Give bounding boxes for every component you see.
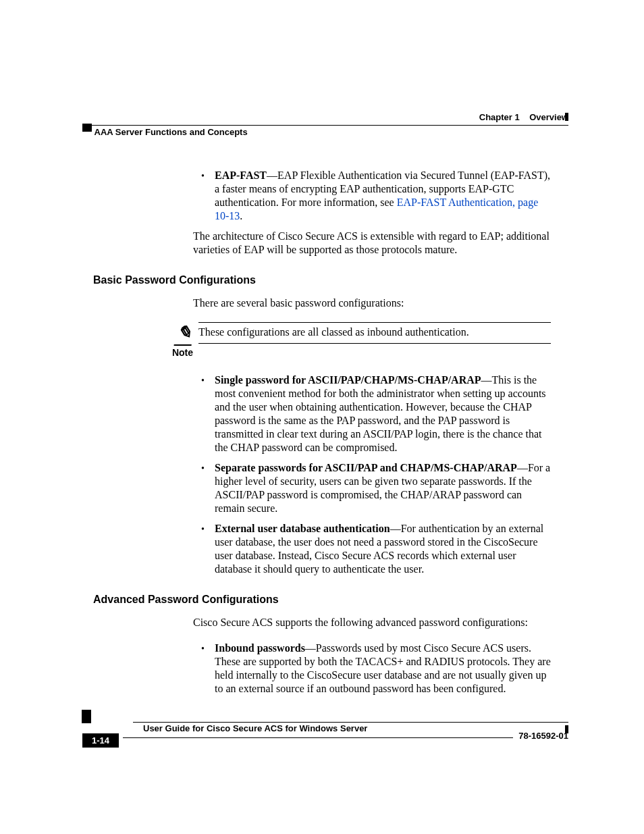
footer-left-marker: [82, 710, 91, 723]
heading-basic-password: Basic Password Configurations: [93, 273, 551, 287]
footer-guide-title: User Guide for Cisco Secure ACS for Wind…: [143, 723, 568, 733]
header-chapter: Chapter 1: [479, 112, 520, 122]
page-footer: User Guide for Cisco Secure ACS for Wind…: [82, 722, 568, 748]
bullet-item: • External user database authentication—…: [201, 522, 551, 576]
bullet-trail: .: [240, 210, 242, 221]
note-pencil-icon: ✎: [174, 322, 195, 346]
header-section: AAA Server Functions and Concepts: [95, 127, 248, 137]
header-title: Overview: [529, 112, 568, 122]
page-header: Chapter 1 Overview AAA Server Functions …: [82, 112, 568, 137]
bullet-label: External user database authentication: [215, 523, 390, 534]
footer-right-marker: [565, 725, 568, 733]
bullet-text: EAP-FAST—EAP Flexible Authentication via…: [215, 169, 551, 223]
bullet-point-icon: •: [201, 522, 215, 576]
header-right-marker: [565, 113, 568, 121]
bullet-body: —This is the most convenient method for …: [215, 374, 546, 453]
paragraph: Cisco Secure ACS supports the following …: [193, 616, 551, 629]
bullet-label: Single password for ASCII/PAP/CHAP/MS-CH…: [215, 374, 481, 386]
bullet-item: • Separate passwords for ASCII/PAP and C…: [201, 461, 551, 515]
note-label: Note: [154, 347, 193, 359]
bullet-item: • Inbound passwords—Passwords used by mo…: [201, 642, 551, 696]
bullet-point-icon: •: [201, 373, 215, 454]
page-content: • EAP-FAST—EAP Flexible Authentication v…: [93, 169, 551, 702]
note-block: ✎ Note These configurations are all clas…: [154, 322, 551, 359]
bullet-item: • Single password for ASCII/PAP/CHAP/MS-…: [201, 373, 551, 454]
bullet-label: Inbound passwords: [215, 642, 305, 654]
bullet-text: Inbound passwords—Passwords used by most…: [215, 642, 551, 696]
bullet-point-icon: •: [201, 169, 215, 223]
bullet-text: External user database authentication—Fo…: [215, 522, 551, 576]
bullet-point-icon: •: [201, 461, 215, 515]
header-left-marker: [82, 124, 92, 132]
heading-advanced-password: Advanced Password Configurations: [93, 593, 551, 606]
bullet-text: Single password for ASCII/PAP/CHAP/MS-CH…: [215, 373, 551, 454]
bullet-point-icon: •: [201, 642, 215, 696]
note-text: These configurations are all classed as …: [198, 326, 469, 338]
paragraph: There are several basic password configu…: [193, 296, 551, 310]
footer-page-number: 1-14: [82, 733, 119, 748]
bullet-text: Separate passwords for ASCII/PAP and CHA…: [215, 461, 551, 515]
footer-doc-number: 78-16592-01: [513, 731, 568, 741]
paragraph: The architecture of Cisco Secure ACS is …: [193, 230, 551, 257]
bullet-item: • EAP-FAST—EAP Flexible Authentication v…: [201, 169, 551, 223]
bullet-label: Separate passwords for ASCII/PAP and CHA…: [215, 462, 517, 473]
bullet-label: EAP-FAST: [215, 170, 267, 181]
